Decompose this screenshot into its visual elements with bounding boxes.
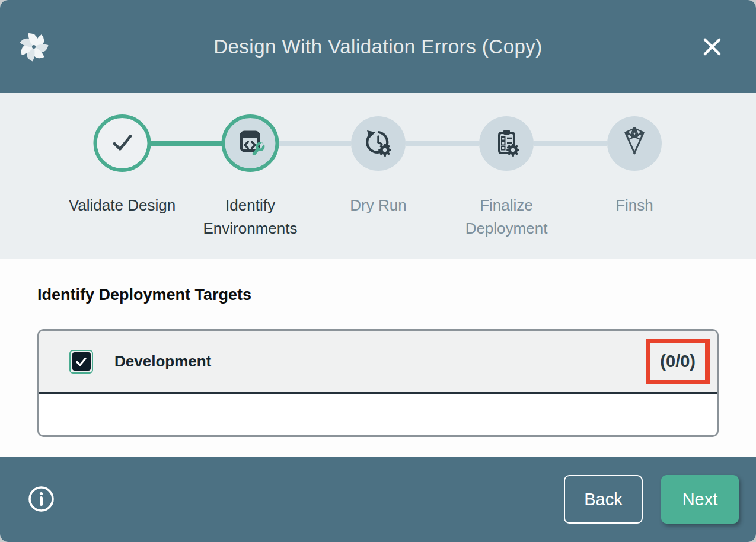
checklist-gear-icon	[491, 127, 522, 160]
next-button[interactable]: Next	[661, 475, 739, 524]
dialog-title: Design With Validation Errors (Copy)	[0, 36, 756, 58]
check-icon	[107, 127, 138, 160]
step-label: Dry Run	[314, 194, 442, 217]
deployment-targets-list: Development (0/0)	[37, 329, 719, 437]
step-label: Identify Environments	[186, 194, 314, 240]
step-finish[interactable]: Finsh	[570, 93, 698, 259]
back-button[interactable]: Back	[564, 475, 643, 524]
dialog-footer: Back Next	[0, 457, 756, 542]
step-label: Finsh	[570, 194, 698, 217]
step-dry-run[interactable]: Dry Run	[314, 93, 442, 259]
step-circle-active	[222, 114, 279, 172]
step-circle	[607, 116, 662, 171]
step-identify-environments[interactable]: Identify Environments	[186, 93, 314, 259]
code-window-wrench-icon	[234, 126, 266, 161]
annotation-highlight-box: (0/0)	[646, 339, 710, 384]
dialog-header: Design With Validation Errors (Copy)	[0, 0, 756, 93]
step-circle-completed	[94, 114, 151, 172]
target-count: (0/0)	[660, 352, 696, 371]
step-content-panel: Identify Deployment Targets Development …	[0, 259, 756, 457]
target-name: Development	[114, 352, 211, 371]
development-checkbox[interactable]	[69, 350, 93, 374]
close-icon	[700, 52, 724, 60]
deployment-wizard-dialog: Design With Validation Errors (Copy)	[0, 0, 756, 542]
section-heading: Identify Deployment Targets	[37, 286, 251, 304]
step-label: Validate Design	[58, 194, 186, 217]
checkbox-checked-icon	[72, 352, 91, 371]
step-circle	[351, 116, 406, 171]
rerun-clock-gear-icon	[363, 127, 394, 160]
step-finalize-deployment[interactable]: Finalize Deployment	[442, 93, 570, 259]
step-label: Finalize Deployment	[442, 194, 570, 240]
step-circle	[479, 116, 534, 171]
info-icon	[27, 506, 55, 515]
info-button[interactable]	[27, 485, 55, 513]
wizard-stepper: Validate Design	[0, 93, 756, 259]
target-row-development[interactable]: Development (0/0)	[39, 331, 717, 394]
close-button[interactable]	[699, 34, 725, 60]
step-validate-design[interactable]: Validate Design	[58, 93, 186, 259]
checkered-flags-icon	[619, 127, 650, 160]
